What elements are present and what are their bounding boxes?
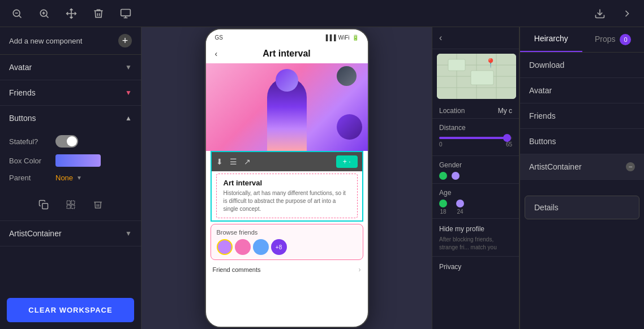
selection-icon[interactable] [62,196,80,214]
status-carrier: GS [215,34,223,41]
map-section: 📍 [432,49,519,103]
slider-labels: 0 65 [439,141,512,148]
parent-value: None [55,174,73,182]
hierarchy-label-artist-container: ArtistContainer [529,162,582,171]
avatar-1 [217,239,233,255]
hierarchy-item-buttons[interactable]: Buttons [520,129,644,154]
card-description: Historically, art has many different fun… [224,189,350,213]
download-icon[interactable] [592,6,608,21]
back-panel-button[interactable]: ‹ [432,27,519,49]
component-icon-row [0,191,141,220]
hierarchy-item-friends[interactable]: Friends [520,103,644,129]
svg-rect-13 [71,201,74,204]
gender-dots [439,172,512,180]
age-dot-green [439,200,447,207]
card-content: Art interval Historically, art has many … [216,174,358,218]
download-action-icon[interactable]: ⬇ [216,157,223,166]
stateful-toggle[interactable] [55,135,78,148]
add-component-label: Add a new component [9,37,82,45]
selected-component-box: ⬇ ☰ ↗ + · Art interval Historically, art… [211,151,363,222]
add-component-icon[interactable] [118,6,134,21]
box-color-label: Box Color [9,157,49,165]
status-battery-icon: 🔋 [352,34,359,41]
toolbar-left [9,6,134,21]
left-panel: Add a new component + Avatar ▼ Friends ▼ [0,27,141,329]
add-component-button[interactable]: + [118,34,132,47]
age-dot-purple [456,200,464,207]
collapse-icon[interactable]: − [626,162,635,171]
chevron-up-icon-buttons: ▲ [125,114,132,122]
hierarchy-label-friends: Friends [529,111,556,120]
hero-head [276,69,298,92]
chevron-down-icon-avatar: ▼ [125,63,132,71]
tab-props[interactable]: Props 0 [582,27,645,52]
box-color-swatch[interactable] [55,154,101,167]
gender-dot-1 [439,172,447,180]
parent-dropdown[interactable]: None ▼ [55,174,82,182]
distance-min: 0 [439,141,443,148]
menu-action-icon[interactable]: ☰ [230,157,237,166]
chevron-down-icon-friends: ▼ [125,89,132,97]
component-item-avatar[interactable]: Avatar ▼ [0,55,141,80]
svg-rect-24 [471,71,493,85]
tab-props-label: Props [595,34,616,44]
component-item-friends[interactable]: Friends ▼ [0,80,141,106]
distance-label: Distance [439,124,466,132]
zoom-out-icon[interactable] [9,6,25,21]
distance-slider[interactable]: 0 65 [439,132,512,152]
details-label[interactable]: Details [525,196,639,219]
comments-row[interactable]: Friend comments › [206,262,368,277]
tab-hierarchy[interactable]: Heirarchy [520,27,582,52]
toolbar-right [592,6,635,21]
component-item-artist-container[interactable]: ArtistContainer ▼ [0,221,141,246]
right-tabs: Heirarchy Props 0 [520,27,644,53]
svg-rect-15 [71,205,74,209]
age-section: Age 18 24 [432,184,519,219]
hierarchy-item-download[interactable]: Download [520,53,644,78]
privacy-label: Privacy [439,263,461,271]
privacy-section[interactable]: Privacy [432,257,519,276]
component-list: Avatar ▼ Friends ▼ Buttons ▲ [0,55,141,293]
map-container: 📍 [437,54,516,99]
forward-icon[interactable] [619,6,635,21]
zoom-in-icon[interactable] [36,6,52,21]
delete-component-icon[interactable] [89,196,107,214]
component-header-buttons[interactable]: Buttons ▲ [0,106,141,131]
svg-rect-12 [67,201,70,204]
hierarchy-label-download: Download [529,60,564,70]
buttons-props: Stateful? Box Color Parent None ▼ [0,131,141,191]
hierarchy-item-avatar[interactable]: Avatar [520,78,644,103]
clear-workspace-button[interactable]: CLEAR WORKSPACE [7,298,134,322]
svg-rect-23 [448,59,465,71]
extra-panel: ‹ 📍 Location M [432,27,520,329]
plus-share-button[interactable]: + · [336,155,358,168]
age-dots: 18 24 [439,200,512,215]
back-button[interactable]: ‹ [215,49,218,58]
friend-comments-label: Friend comments [213,266,261,273]
gender-label: Gender [439,161,462,169]
box-color-row: Box Color [9,154,132,167]
duplicate-icon[interactable] [35,196,53,214]
hide-profile-label: Hide my profile [439,225,484,233]
component-header-friends: Friends ▼ [0,80,141,105]
svg-rect-14 [67,205,70,209]
age-dot-24: 24 [456,200,464,215]
component-name-avatar: Avatar [9,63,32,72]
component-header-artist-container: ArtistContainer ▼ [0,221,141,246]
component-header-avatar: Avatar ▼ [0,55,141,80]
status-signal-icon: ▐▐▐ [324,34,336,41]
component-item-buttons: Buttons ▲ Stateful? Box Color [0,106,141,221]
distance-section: Distance 0 65 [432,119,519,156]
move-icon[interactable] [63,6,79,21]
hierarchy-item-artist-container[interactable]: ArtistContainer − [520,154,644,180]
delete-icon[interactable] [91,6,106,21]
browse-friends-label: Browse friends [217,229,357,236]
share-action-icon[interactable]: ↗ [244,157,251,166]
mobile-status-bar: GS ▐▐▐ WiFi 🔋 [206,29,368,45]
parent-row: Parent None ▼ [9,174,132,182]
toggle-thumb [67,136,77,146]
toolbar [0,0,644,27]
slider-thumb[interactable] [503,134,511,142]
location-value: My c [498,107,512,115]
age-18-label: 18 [440,209,446,215]
